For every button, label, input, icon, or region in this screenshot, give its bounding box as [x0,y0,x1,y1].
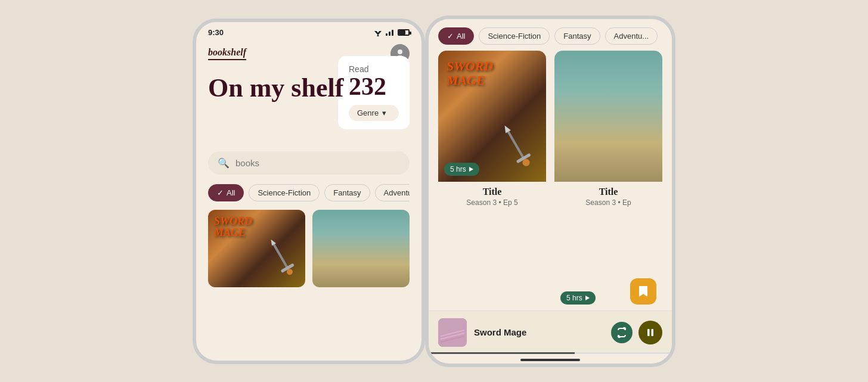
svg-rect-18 [652,329,654,336]
book-title-landscape: Title [558,187,659,197]
filter-adventure[interactable]: Adventu... [375,184,410,201]
book-info-sword: Title Season 3 • Ep 5 [438,182,546,207]
time-left: 9:30 [208,28,224,37]
svg-rect-5 [271,241,290,271]
signal-icon [386,29,395,36]
progress-bar [429,352,672,354]
play-icon-landscape [585,296,590,300]
phone-left: 9:30 bookshelf [193,18,425,364]
search-icon: 🔍 [218,157,230,169]
svg-marker-10 [502,123,511,132]
filter-fantasy-right[interactable]: Fantasy [554,27,600,45]
filter-row-right: ✓ All Science-Fiction Fantasy Adventu... [429,19,672,51]
home-bar [520,359,580,361]
svg-point-2 [377,35,379,37]
now-playing-title: Sword Mage [474,327,604,337]
books-grid-right: SWORDMAGE 5 hrs Title Season 3 • Ep 5 [429,51,672,310]
chevron-down-icon: ▾ [382,108,386,117]
phone-right: ✓ All Science-Fiction Fantasy Adventu...… [425,15,675,367]
sword-title-right: SWORDMAGE [447,59,493,88]
book-info-landscape: Title Season 3 • Ep [554,182,662,207]
book-card-landscape-left[interactable] [312,210,410,287]
svg-rect-9 [506,128,525,160]
bookmark-icon [638,285,649,298]
wifi-icon [373,28,383,36]
book-card-sword-right[interactable]: SWORDMAGE 5 hrs Title Season 3 • Ep 5 [438,51,546,310]
status-icons-left [373,28,410,36]
check-icon-right: ✓ [447,32,454,41]
filter-row-left: ✓ All Science-Fiction Fantasy Adventu... [208,184,410,201]
genre-button[interactable]: Genre ▾ [349,105,399,121]
play-icon [469,167,473,172]
progress-fill [429,352,575,354]
filter-all[interactable]: ✓ All [208,184,244,201]
now-playing-controls [611,321,662,344]
sword-mage-title: SWORDMAGE [214,216,252,240]
read-card: Read 232 Genre ▾ [338,56,410,129]
thumbnail-art [438,318,467,347]
check-icon: ✓ [217,188,224,197]
home-indicator-area [429,354,672,364]
book-title-sword: Title [442,187,542,197]
status-bar-left: 9:30 [196,22,421,39]
svg-point-3 [398,49,402,54]
pause-icon [646,328,655,337]
repeat-button[interactable] [611,322,633,343]
sword-image [254,228,305,287]
sword-cover-right: SWORDMAGE 5 hrs [438,51,546,182]
phone-main-left: On my shelf Read 232 Genre ▾ 🔍 books ✓ A… [196,68,421,361]
now-playing-thumbnail [438,318,467,347]
duration-badge-landscape: 5 hrs [560,291,596,305]
search-input-display: books [235,158,259,168]
bookmark-fab[interactable] [630,278,656,305]
svg-rect-17 [647,329,650,336]
now-playing-bar: Sword Mage [429,310,672,354]
repeat-icon [616,327,627,338]
filter-all-right[interactable]: ✓ All [438,27,474,45]
filter-science-fiction[interactable]: Science-Fiction [249,184,320,201]
duration-badge-sword: 5 hrs [444,163,479,176]
filter-sf-right[interactable]: Science-Fiction [479,27,550,45]
filter-adventure-right[interactable]: Adventu... [605,27,658,45]
book-card-sword-left[interactable]: SWORDMAGE [208,210,305,287]
sword-image-right [485,113,546,180]
books-grid-left: SWORDMAGE [208,210,410,287]
pause-button[interactable] [638,321,662,344]
book-subtitle-landscape: Season 3 • Ep [558,198,659,207]
read-number: 232 [349,74,399,99]
landscape-cover-right: 5 hrs [554,51,662,182]
filter-fantasy[interactable]: Fantasy [324,184,370,201]
book-card-landscape-right[interactable]: 5 hrs Title Season 3 • Ep [554,51,662,310]
search-bar[interactable]: 🔍 books [208,151,410,175]
logo: bookshelf [208,47,246,60]
battery-icon [398,29,410,36]
book-subtitle-sword: Season 3 • Ep 5 [442,198,542,207]
